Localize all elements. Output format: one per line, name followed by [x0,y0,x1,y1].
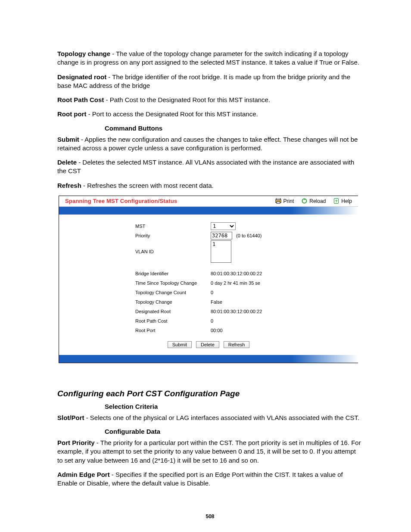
label-tstc: Time Since Topology Change [135,280,211,286]
submit-button[interactable]: Submit [168,341,192,348]
para-delete: Delete - Deletes the selected MST instan… [57,158,363,176]
reload-label: Reload [309,198,326,204]
text-delete: - Deletes the selected MST instance. All… [57,159,354,174]
panel-actions: Print Reload ? Help [275,198,352,204]
term-root-path-cost: Root Path Cost [57,96,104,103]
para-refresh: Refresh - Refreshes the screen with most… [57,181,363,190]
panel-title: Spanning Tree MST Configuration/Status [65,198,275,204]
button-row: Submit Delete Refresh [59,335,358,350]
term-submit: Submit [57,136,79,143]
row-dr: Designated Root 80:01:00:30:12:00:00:22 [59,307,358,316]
row-tcc: Topology Change Count 0 [59,288,358,297]
term-slot-port: Slot/Port [57,414,84,421]
text-slot-port: - Selects one of the physical or LAG int… [84,414,360,421]
text-root-path-cost: - Path Cost to the Designated Root for t… [104,96,270,103]
label-mst: MST [135,224,211,229]
row-vlan: VLAN ID 1 [59,240,358,266]
reload-icon [302,198,307,204]
help-button[interactable]: ? Help [333,198,352,204]
svg-rect-0 [276,198,280,200]
footer-blue-bar [59,355,358,363]
print-label: Print [283,198,294,204]
vlan-value: 1 [212,241,215,247]
row-priority: Priority (0 to 61440) [59,231,358,240]
value-bridge-id: 80:01:00:30:12:00:00:22 [211,271,262,276]
term-port-priority: Port Priority [57,439,95,446]
term-root-port: Root port [57,110,86,118]
value-tcc: 0 [211,290,213,295]
para-submit: Submit - Applies the new configuration a… [57,135,363,153]
print-button[interactable]: Print [275,198,294,204]
help-label: Help [341,198,352,204]
text-submit: - Applies the new configuration and caus… [57,136,358,152]
print-icon [275,198,281,204]
label-dr: Designated Root [135,309,211,314]
term-delete: Delete [57,159,77,166]
svg-rect-2 [277,202,280,203]
term-topology-change: Topology change [57,50,110,57]
heading-command-buttons: Command Buttons [105,124,363,132]
para-root-port: Root port - Port to access the Designate… [57,110,363,118]
text-root-port: - Port to access the Designated Root for… [86,110,258,118]
row-mst: MST 1 [59,221,358,231]
value-rpc: 0 [211,318,213,324]
para-designated-root: Designated root - The bridge identifier … [57,73,363,90]
form-area: MST 1 Priority (0 to 61440) VLAN ID 1 [59,215,358,355]
section-title-port-cst: Configuring each Port CST Configuration … [57,389,363,398]
page-number: 508 [57,513,363,520]
row-bridge-id: Bridge Identifier 80:01:00:30:12:00:00:2… [59,269,358,278]
label-tcc: Topology Change Count [135,290,211,295]
text-port-priority: - The priority for a particular port wit… [57,439,361,464]
value-dr: 80:01:00:30:12:00:00:22 [211,309,262,314]
refresh-button[interactable]: Refresh [224,341,250,348]
value-tstc: 0 day 2 hr 41 min 35 se [211,280,260,286]
row-tc: Topology Change False [59,297,358,307]
value-rp: 00:00 [211,328,223,333]
para-topology-change: Topology change - The value of the topol… [57,50,363,67]
help-icon: ? [333,198,339,204]
panel-header: Spanning Tree MST Configuration/Status P… [59,196,358,207]
vlan-listbox[interactable]: 1 [211,240,231,263]
value-tc: False [211,299,222,305]
reload-button[interactable]: Reload [302,198,326,204]
label-vlan: VLAN ID [135,240,211,254]
term-admin-edge: Admin Edge Port [57,471,110,478]
para-admin-edge: Admin Edge Port - Specifies if the speci… [57,470,363,488]
para-root-path-cost: Root Path Cost - Path Cost to the Design… [57,96,363,104]
row-rp: Root Port 00:00 [59,326,358,335]
priority-input[interactable] [211,232,232,240]
label-bridge-id: Bridge Identifier [135,271,211,276]
svg-text:?: ? [335,199,338,203]
delete-button[interactable]: Delete [196,341,219,348]
row-tstc: Time Since Topology Change 0 day 2 hr 41… [59,278,358,288]
heading-selection-criteria: Selection Criteria [105,403,363,410]
mst-select[interactable]: 1 [211,222,236,230]
label-rp: Root Port [135,328,211,333]
priority-range: (0 to 61440) [236,233,262,238]
label-priority: Priority [135,233,211,238]
screenshot-panel: Spanning Tree MST Configuration/Status P… [59,196,358,363]
text-refresh: - Refreshes the screen with most recent … [81,182,214,189]
term-designated-root: Designated root [57,73,106,81]
row-rpc: Root Path Cost 0 [59,316,358,326]
heading-configurable-data: Configurable Data [105,428,363,435]
term-refresh: Refresh [57,182,81,189]
header-blue-bar [59,207,358,215]
label-tc: Topology Change [135,299,211,305]
label-rpc: Root Path Cost [135,318,211,324]
para-port-priority: Port Priority - The priority for a parti… [57,439,363,465]
para-slot-port: Slot/Port - Selects one of the physical … [57,414,363,422]
